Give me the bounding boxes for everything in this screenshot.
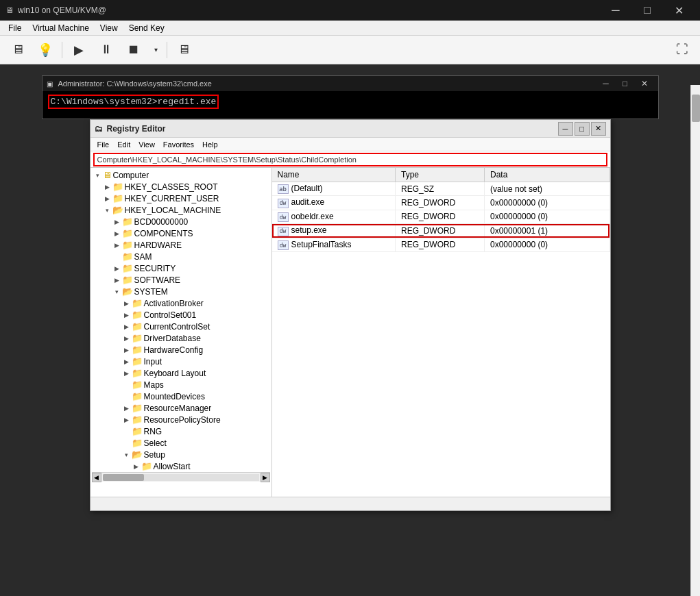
cmd-window: ▣ Administrator: C:\Windows\system32\cmd… (42, 75, 659, 119)
tree-label-currentcontrolset: CurrentControlSet (144, 322, 210, 332)
table-cell-name: dwSetupFinalTasks (272, 238, 396, 252)
tree-label-software: SOFTWARE (134, 275, 181, 285)
tree-item-keyboardlayout[interactable]: ▶ 📁 Keyboard Layout (92, 367, 270, 379)
regedit-menu-file[interactable]: File (93, 140, 114, 149)
regedit-tree-pane[interactable]: ▾ 🖥 Computer ▶ 📁 HKEY_CLASSES_ROOT ▶ 📁 H… (90, 168, 272, 497)
tree-folder-icon-hardwareconfig: 📁 (132, 345, 143, 355)
tree-item-setup[interactable]: ▾ 📂 Setup (92, 449, 270, 460)
vm-display-button[interactable]: 🖥 (171, 38, 196, 62)
tree-item-software[interactable]: ▶ 📁 SOFTWARE (92, 274, 270, 286)
col-type: Type (396, 168, 485, 182)
tree-expander-activationbroker: ▶ (122, 299, 132, 308)
tree-item-driverdatabase[interactable]: ▶ 📁 DriverDatabase (92, 332, 270, 344)
cmd-maximize-button[interactable]: □ (616, 76, 635, 91)
main-area: ▣ Administrator: C:\Windows\system32\cmd… (0, 64, 700, 596)
tree-label-hardwareconfig: HardwareConfig (144, 345, 204, 355)
tree-folder-icon-currentcontrolset: 📁 (132, 321, 143, 332)
tree-item-controlset001[interactable]: ▶ 📁 ControlSet001 (92, 309, 270, 321)
registry-table: Name Type Data ab(Default) REG_SZ (value… (272, 168, 610, 252)
tree-item-resourcemanager[interactable]: ▶ 📁 ResourceManager (92, 402, 270, 414)
stop-button[interactable]: ⏹ (121, 38, 146, 62)
tree-label-hklm: HKEY_LOCAL_MACHINE (125, 206, 221, 215)
regedit-close-button[interactable]: ✕ (591, 122, 606, 136)
os-minimize-button[interactable]: ─ (600, 0, 631, 21)
tree-expander-hkcr: ▶ (103, 182, 112, 192)
toolbar-separator-2 (167, 42, 167, 58)
tree-item-mounteddevices[interactable]: 📁 MountedDevices (92, 390, 270, 402)
fullscreen-button[interactable]: ⛶ (670, 38, 695, 62)
tree-expander-hardware: ▶ (112, 240, 122, 250)
tree-label-rng: RNG (144, 427, 162, 436)
tree-item-hardware[interactable]: ▶ 📁 HARDWARE (92, 239, 270, 251)
monitor-button[interactable]: 🖥 (5, 38, 30, 62)
regedit-maximize-button[interactable]: □ (575, 122, 590, 136)
hscroll-right-btn[interactable]: ▶ (261, 473, 270, 482)
tree-expander-hklm: ▾ (103, 206, 112, 215)
tree-item-activationbroker[interactable]: ▶ 📁 ActivationBroker (92, 297, 270, 309)
tree-item-select[interactable]: 📁 Select (92, 437, 270, 449)
tree-item-security[interactable]: ▶ 📁 SECURITY (92, 262, 270, 274)
cmd-controls: ─ □ ✕ (596, 76, 654, 91)
tree-item-hklm[interactable]: ▾ 📂 HKEY_LOCAL_MACHINE (92, 204, 270, 216)
tree-item-hkcu[interactable]: ▶ 📁 HKEY_CURRENT_USER (92, 193, 270, 204)
menu-file[interactable]: File (3, 22, 27, 34)
regedit-minimize-button[interactable]: ─ (558, 122, 573, 136)
tree-expander-allowstart: ▶ (132, 462, 141, 471)
regedit-menu-favorites[interactable]: Favorites (159, 140, 198, 149)
hscroll-left-btn[interactable]: ◀ (92, 473, 101, 482)
tree-label-bcd: BCD00000000 (134, 217, 189, 227)
tree-folder-icon-maps: 📁 (132, 380, 143, 390)
tree-item-sam[interactable]: 📁 SAM (92, 251, 270, 262)
menu-virtualmachine[interactable]: Virtual Machine (27, 22, 95, 34)
table-cell-data: 0x00000000 (0) (485, 210, 610, 224)
menu-sendkey[interactable]: Send Key (123, 22, 170, 34)
tree-item-bcd[interactable]: ▶ 📁 BCD00000000 (92, 216, 270, 227)
tree-label-resourcemanager: ResourceManager (144, 403, 212, 413)
regedit-menu-help[interactable]: Help (198, 140, 222, 149)
tree-item-allowstart[interactable]: ▶ 📁 AllowStart (92, 460, 270, 472)
tree-item-currentcontrolset[interactable]: ▶ 📁 CurrentControlSet (92, 321, 270, 332)
pause-button[interactable]: ⏸ (94, 38, 119, 62)
col-name: Name (272, 168, 396, 182)
stop-dropdown-button[interactable]: ▾ (149, 38, 162, 62)
tree-folder-icon-controlset001: 📁 (132, 310, 143, 320)
table-cell-type: REG_DWORD (396, 196, 485, 210)
lightbulb-button[interactable]: 💡 (33, 38, 58, 62)
tree-expander-driverdatabase: ▶ (122, 334, 132, 343)
tree-label-sam: SAM (134, 252, 152, 262)
tree-expander-input: ▶ (122, 357, 132, 367)
table-cell-type: REG_DWORD (396, 210, 485, 224)
tree-item-rng[interactable]: 📁 RNG (92, 425, 270, 437)
tree-label-security: SECURITY (134, 264, 176, 273)
tree-item-maps[interactable]: 📁 Maps (92, 379, 270, 390)
regedit-icon: 🗂 (95, 124, 103, 134)
tree-folder-icon-hklm: 📂 (112, 205, 123, 215)
tree-expander-components: ▶ (112, 229, 122, 238)
tree-item-system[interactable]: ▾ 📂 SYSTEM (92, 286, 270, 297)
tree-folder-icon-select: 📁 (132, 438, 143, 448)
tree-item-resourcepolicystore[interactable]: ▶ 📁 ResourcePolicyStore (92, 414, 270, 425)
os-maximize-button[interactable]: □ (631, 0, 663, 21)
cmd-close-button[interactable]: ✕ (635, 76, 654, 91)
play-button[interactable]: ▶ (67, 38, 91, 62)
regedit-menu-view[interactable]: View (134, 140, 159, 149)
tree-item-hardwareconfig[interactable]: ▶ 📁 HardwareConfig (92, 344, 270, 356)
tree-item-components[interactable]: ▶ 📁 COMPONENTS (92, 227, 270, 239)
tree-folder-icon-computer: 🖥 (103, 170, 112, 180)
tree-expander-rng (122, 427, 132, 436)
tree-item-computer[interactable]: ▾ 🖥 Computer (92, 169, 270, 181)
tree-hscroll[interactable]: ◀ ▶ (92, 472, 270, 482)
tree-expander-software: ▶ (112, 275, 122, 285)
os-close-button[interactable]: ✕ (663, 0, 695, 21)
menu-view[interactable]: View (95, 22, 123, 34)
regedit-address-input[interactable]: Computer\HKEY_LOCAL_MACHINE\SYSTEM\Setup… (93, 153, 607, 166)
regedit-menu-edit[interactable]: Edit (113, 140, 134, 149)
tree-label-resourcepolicystore: ResourcePolicyStore (144, 415, 221, 425)
tree-item-input[interactable]: ▶ 📁 Input (92, 356, 270, 367)
tree-folder-icon-activationbroker: 📁 (132, 298, 143, 308)
vm-vscroll[interactable] (690, 85, 700, 596)
tree-expander-hardwareconfig: ▶ (122, 345, 132, 355)
tree-label-hardware: HARDWARE (134, 240, 182, 250)
tree-item-hkcr[interactable]: ▶ 📁 HKEY_CLASSES_ROOT (92, 181, 270, 193)
cmd-minimize-button[interactable]: ─ (596, 76, 616, 91)
